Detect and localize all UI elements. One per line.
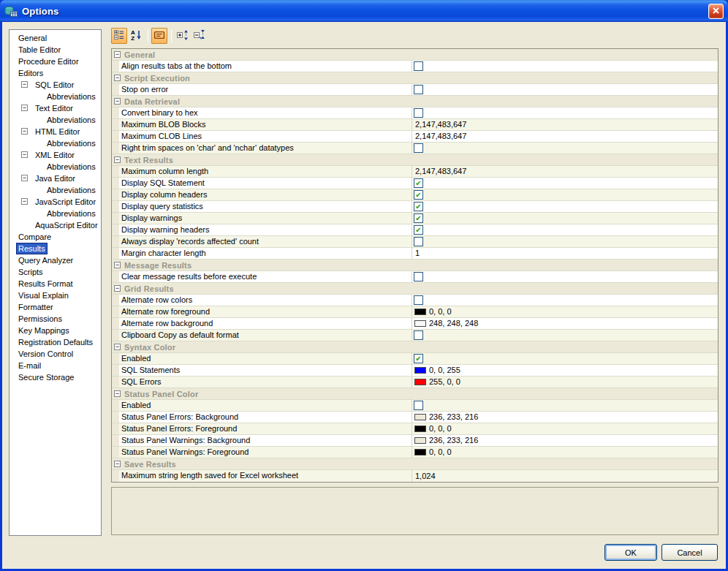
property-value[interactable] xyxy=(412,400,718,411)
checkbox-unchecked[interactable] xyxy=(414,330,423,340)
property-value[interactable]: 0, 0, 255 xyxy=(412,365,718,376)
section-collapse-icon[interactable]: − xyxy=(114,344,121,350)
section-header-syntax-color[interactable]: −Syntax Color xyxy=(112,341,718,353)
property-row-sql-statements[interactable]: SQL Statements0, 0, 255 xyxy=(112,365,718,377)
checkbox-checked[interactable]: ✔ xyxy=(414,213,423,223)
property-row-display-sql-statement[interactable]: Display SQL Statement✔ xyxy=(112,178,718,189)
sidebar-item-abbreviations[interactable]: Abbreviations xyxy=(10,114,101,126)
property-row-alternate-row-foreground[interactable]: Alternate row foreground0, 0, 0 xyxy=(112,306,718,318)
property-value[interactable] xyxy=(412,61,718,72)
sidebar-item-general[interactable]: General xyxy=(10,32,101,44)
section-collapse-icon[interactable]: − xyxy=(114,156,121,163)
sidebar-item-sql-editor[interactable]: −SQL Editor xyxy=(10,79,101,91)
checkbox-checked[interactable]: ✔ xyxy=(414,225,423,235)
property-value[interactable]: ✔ xyxy=(412,213,718,224)
checkbox-unchecked[interactable] xyxy=(414,85,423,94)
property-row-maximum-string-length-saved-for-excel-worksheet[interactable]: Maximum string length saved for Excel wo… xyxy=(112,470,718,482)
tree-collapse-icon[interactable]: − xyxy=(21,198,28,205)
section-header-save-results[interactable]: −Save Results xyxy=(112,458,718,470)
property-value[interactable]: 0, 0, 0 xyxy=(412,423,718,434)
property-row-convert-binary-to-hex[interactable]: Convert binary to hex xyxy=(112,107,718,119)
color-swatch[interactable] xyxy=(414,309,426,315)
section-collapse-icon[interactable]: − xyxy=(114,75,121,81)
checkbox-unchecked[interactable] xyxy=(414,272,423,281)
color-swatch[interactable] xyxy=(414,449,426,455)
section-header-text-results[interactable]: −Text Results xyxy=(112,154,718,166)
value-text[interactable]: 1 xyxy=(412,248,420,259)
sidebar-item-abbreviations[interactable]: Abbreviations xyxy=(10,161,101,173)
property-row-display-column-headers[interactable]: Display column headers✔ xyxy=(112,189,718,201)
section-collapse-icon[interactable]: − xyxy=(114,262,121,268)
property-row-stop-on-error[interactable]: Stop on error xyxy=(112,84,718,96)
property-value[interactable] xyxy=(412,107,718,118)
property-value[interactable] xyxy=(412,330,718,341)
property-value[interactable]: 2,147,483,647 xyxy=(412,166,718,177)
property-value[interactable]: ✔ xyxy=(412,224,718,235)
categorized-view-button[interactable] xyxy=(111,28,127,44)
property-value[interactable]: 0, 0, 0 xyxy=(412,306,718,317)
expand-all-button[interactable] xyxy=(175,28,191,44)
checkbox-checked[interactable]: ✔ xyxy=(414,178,423,188)
checkbox-unchecked[interactable] xyxy=(414,237,423,246)
property-value[interactable]: 2,147,483,647 xyxy=(412,119,718,130)
property-row-status-panel-errors-foreground[interactable]: Status Panel Errors: Foreground0, 0, 0 xyxy=(112,423,718,435)
checkbox-unchecked[interactable] xyxy=(414,108,423,118)
color-swatch[interactable] xyxy=(414,379,426,385)
sidebar-item-visual-explain[interactable]: Visual Explain xyxy=(10,290,101,301)
property-value[interactable]: 236, 233, 216 xyxy=(412,435,718,446)
property-row-clear-message-results-before-execute[interactable]: Clear message results before execute xyxy=(112,271,718,283)
sidebar-item-abbreviations[interactable]: Abbreviations xyxy=(10,184,101,196)
color-swatch[interactable] xyxy=(414,414,426,420)
tree-collapse-icon[interactable]: − xyxy=(21,128,28,135)
sidebar-item-registration-defaults[interactable]: Registration Defaults xyxy=(10,336,101,348)
checkbox-checked[interactable]: ✔ xyxy=(414,354,423,363)
sidebar-item-html-editor[interactable]: −HTML Editor xyxy=(10,126,101,137)
sidebar-item-javascript-editor[interactable]: −JavaScript Editor xyxy=(10,196,101,208)
sidebar-item-results[interactable]: Results xyxy=(10,243,101,254)
checkbox-checked[interactable]: ✔ xyxy=(414,202,423,211)
property-row-alternate-row-background[interactable]: Alternate row background248, 248, 248 xyxy=(112,318,718,330)
close-button[interactable] xyxy=(708,4,724,19)
section-collapse-icon[interactable]: − xyxy=(114,98,121,105)
property-row-enabled[interactable]: Enabled xyxy=(112,400,718,412)
section-header-status-panel-color[interactable]: −Status Panel Color xyxy=(112,388,718,400)
value-text[interactable]: 2,147,483,647 xyxy=(412,166,466,177)
property-value[interactable]: ✔ xyxy=(412,189,718,200)
collapse-all-button[interactable] xyxy=(192,28,208,44)
color-swatch[interactable] xyxy=(414,367,426,374)
property-row-maximum-clob-lines[interactable]: Maximum CLOB Lines2,147,483,647 xyxy=(112,131,718,143)
sidebar-item-text-editor[interactable]: −Text Editor xyxy=(10,102,101,114)
property-value[interactable]: 2,147,483,647 xyxy=(412,131,718,142)
property-row-right-trim-spaces-on-char-and-nchar-datatypes[interactable]: Right trim spaces on 'char' and 'nchar' … xyxy=(112,143,718,154)
property-value[interactable]: 1,024 xyxy=(412,470,718,482)
titlebar[interactable]: Options xyxy=(0,0,728,22)
sidebar-item-java-editor[interactable]: −Java Editor xyxy=(10,173,101,184)
property-value[interactable]: 236, 233, 216 xyxy=(412,412,718,423)
property-row-maximum-blob-blocks[interactable]: Maximum BLOB Blocks2,147,483,647 xyxy=(112,119,718,131)
property-row-status-panel-warnings-foreground[interactable]: Status Panel Warnings: Foreground0, 0, 0 xyxy=(112,447,718,458)
property-value[interactable] xyxy=(412,271,718,282)
sidebar-item-version-control[interactable]: Version Control xyxy=(10,348,101,360)
property-row-display-warnings[interactable]: Display warnings✔ xyxy=(112,213,718,224)
checkbox-unchecked[interactable] xyxy=(414,295,423,305)
property-value[interactable] xyxy=(412,236,718,247)
color-swatch[interactable] xyxy=(414,426,426,432)
sidebar-item-table-editor[interactable]: Table Editor xyxy=(10,44,101,56)
tree-collapse-icon[interactable]: − xyxy=(21,105,28,111)
sidebar-item-aquascript-editor[interactable]: AquaScript Editor xyxy=(10,219,101,231)
sidebar-item-abbreviations[interactable]: Abbreviations xyxy=(10,208,101,219)
sidebar-item-editors[interactable]: Editors xyxy=(10,67,101,79)
checkbox-unchecked[interactable] xyxy=(414,401,423,410)
property-value[interactable] xyxy=(412,84,718,95)
checkbox-checked[interactable]: ✔ xyxy=(414,190,423,200)
property-value[interactable]: ✔ xyxy=(412,353,718,364)
sidebar-item-key-mappings[interactable]: Key Mappings xyxy=(10,325,101,336)
property-row-display-query-statistics[interactable]: Display query statistics✔ xyxy=(112,201,718,213)
value-text[interactable]: 2,147,483,647 xyxy=(412,131,466,142)
section-collapse-icon[interactable]: − xyxy=(114,51,121,58)
tree-collapse-icon[interactable]: − xyxy=(21,175,28,181)
property-row-status-panel-warnings-background[interactable]: Status Panel Warnings: Background236, 23… xyxy=(112,435,718,447)
property-value[interactable] xyxy=(412,295,718,306)
property-value[interactable]: 248, 248, 248 xyxy=(412,318,718,329)
section-collapse-icon[interactable]: − xyxy=(114,285,121,292)
